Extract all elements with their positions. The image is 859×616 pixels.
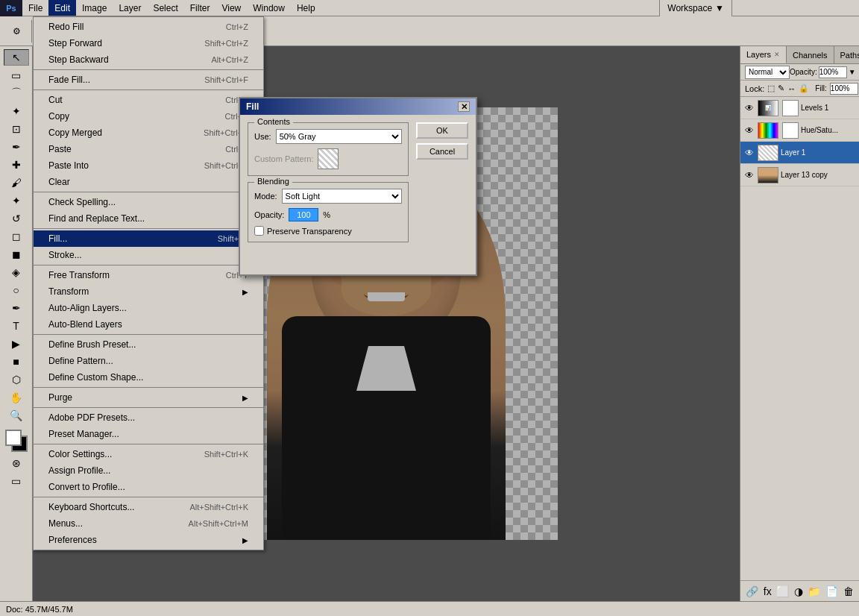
tool-zoom[interactable]: 🔍 bbox=[4, 407, 29, 424]
workspace-button[interactable]: Workspace ▼ bbox=[659, 0, 732, 16]
menu-window[interactable]: Window bbox=[247, 0, 291, 16]
menu-item-auto-blend[interactable]: Auto-Blend Layers bbox=[34, 316, 263, 333]
menu-item-clear[interactable]: Clear bbox=[34, 174, 263, 190]
lock-image-icon[interactable]: ✎ bbox=[778, 84, 784, 93]
toolbar-btn-1[interactable]: ⚙ bbox=[6, 21, 27, 42]
tool-lasso[interactable]: ⌒ bbox=[4, 85, 29, 101]
tool-clone-stamp[interactable]: ✦ bbox=[4, 192, 29, 209]
menu-item-transform[interactable]: Transform ▶ bbox=[34, 283, 263, 300]
menu-item-cut[interactable]: Cut Ctrl+X bbox=[34, 92, 263, 108]
layer-eye-layer13copy[interactable]: 👁 bbox=[743, 170, 755, 180]
lock-all-icon[interactable]: 🔒 bbox=[799, 84, 809, 93]
layers-delete-btn[interactable]: 🗑 bbox=[843, 585, 854, 597]
tool-hand[interactable]: ✋ bbox=[4, 389, 29, 406]
menu-image[interactable]: Image bbox=[76, 0, 113, 16]
tab-layers-close[interactable]: ✕ bbox=[774, 51, 780, 58]
menu-item-copy[interactable]: Copy Ctrl+C bbox=[34, 108, 263, 125]
menu-item-define-brush[interactable]: Define Brush Preset... bbox=[34, 336, 263, 353]
layer-item-levels1[interactable]: 👁 📊 Levels 1 bbox=[740, 97, 859, 119]
menu-item-fill[interactable]: Fill... Shift+F5 bbox=[34, 230, 263, 247]
tool-type[interactable]: T bbox=[4, 318, 29, 334]
menu-item-auto-align[interactable]: Auto-Align Layers... bbox=[34, 300, 263, 316]
menu-item-define-shape[interactable]: Define Custom Shape... bbox=[34, 369, 263, 386]
preserve-transparency-checkbox[interactable] bbox=[254, 226, 264, 236]
tool-brush[interactable]: 🖌 bbox=[4, 175, 29, 191]
menu-help[interactable]: Help bbox=[291, 0, 321, 16]
layers-effects-btn[interactable]: fx bbox=[764, 585, 772, 597]
opacity-dropdown-arrow[interactable]: ▼ bbox=[849, 68, 856, 76]
menu-item-check-spelling[interactable]: Check Spelling... bbox=[34, 194, 263, 210]
menu-layer[interactable]: Layer bbox=[113, 0, 147, 16]
layers-mask-btn[interactable]: ⬜ bbox=[776, 585, 789, 597]
tool-move[interactable]: ↖ bbox=[4, 49, 29, 66]
menu-item-fade-fill[interactable]: Fade Fill... Shift+Ctrl+F bbox=[34, 72, 263, 88]
fill-dialog-ok-button[interactable]: OK bbox=[416, 122, 468, 139]
tool-gradient[interactable]: ◼ bbox=[4, 246, 29, 263]
tool-history-brush[interactable]: ↺ bbox=[4, 210, 29, 227]
layers-group-btn[interactable]: 📁 bbox=[808, 585, 820, 597]
layer-eye-layer1[interactable]: 👁 bbox=[743, 148, 755, 158]
tool-3d[interactable]: ⬡ bbox=[4, 371, 29, 388]
menu-file[interactable]: File bbox=[22, 0, 48, 16]
layers-mode-select[interactable]: Normal Dissolve Multiply Screen Overlay bbox=[745, 66, 790, 79]
menu-item-preferences[interactable]: Preferences ▶ bbox=[34, 532, 263, 548]
menu-item-color-settings[interactable]: Color Settings... Shift+Ctrl+K bbox=[34, 446, 263, 462]
menu-item-keyboard-shortcuts[interactable]: Keyboard Shortcuts... Alt+Shift+Ctrl+K bbox=[34, 499, 263, 515]
menu-item-stroke[interactable]: Stroke... bbox=[34, 247, 263, 263]
menu-item-define-brush-label: Define Brush Preset... bbox=[48, 339, 136, 350]
layer-item-layer1[interactable]: 👁 Layer 1 bbox=[740, 142, 859, 164]
layers-adjustment-btn[interactable]: ◑ bbox=[794, 585, 803, 597]
layers-fill-input[interactable] bbox=[830, 83, 858, 95]
tool-shape[interactable]: ■ bbox=[4, 353, 29, 370]
tool-magic-wand[interactable]: ✦ bbox=[4, 103, 29, 119]
tool-eyedropper[interactable]: ✒ bbox=[4, 139, 29, 155]
menu-item-convert-profile[interactable]: Convert to Profile... bbox=[34, 479, 263, 495]
menu-item-step-backward[interactable]: Step Backward Alt+Ctrl+Z bbox=[34, 51, 263, 68]
menu-filter[interactable]: Filter bbox=[184, 0, 216, 16]
tab-channels[interactable]: Channels bbox=[787, 46, 834, 63]
foreground-background-colors[interactable] bbox=[4, 428, 29, 453]
menu-item-define-pattern[interactable]: Define Pattern... bbox=[34, 353, 263, 369]
lock-transparent-icon[interactable]: ⬚ bbox=[767, 84, 775, 93]
menu-select[interactable]: Select bbox=[147, 0, 183, 16]
tool-heal[interactable]: ✚ bbox=[4, 157, 29, 173]
mode-select[interactable]: Soft Light Normal Dissolve Multiply Scre… bbox=[282, 189, 402, 204]
layer-item-huesat[interactable]: 👁 Hue/Satu... bbox=[740, 119, 859, 142]
menu-item-paste[interactable]: Paste Ctrl+V bbox=[34, 141, 263, 157]
tool-dodge[interactable]: ○ bbox=[4, 282, 29, 298]
menu-view[interactable]: View bbox=[215, 0, 247, 16]
tool-eraser[interactable]: ◻ bbox=[4, 228, 29, 245]
use-select[interactable]: 50% Gray Foreground Color Background Col… bbox=[276, 129, 402, 144]
tool-crop[interactable]: ⊡ bbox=[4, 121, 29, 137]
tool-select-rect[interactable]: ▭ bbox=[4, 67, 29, 84]
tool-pen[interactable]: ✒ bbox=[4, 300, 29, 316]
menu-item-paste-into[interactable]: Paste Into Shift+Ctrl+V bbox=[34, 157, 263, 174]
menu-item-assign-profile[interactable]: Assign Profile... bbox=[34, 462, 263, 479]
layers-opacity-input[interactable] bbox=[819, 66, 847, 78]
menu-item-step-forward[interactable]: Step Forward Shift+Ctrl+Z bbox=[34, 35, 263, 51]
menu-edit[interactable]: Edit bbox=[48, 0, 76, 16]
menu-item-preset-manager[interactable]: Preset Manager... bbox=[34, 426, 263, 442]
tool-screen-mode[interactable]: ▭ bbox=[4, 473, 29, 489]
opacity-input[interactable] bbox=[289, 208, 318, 221]
menu-item-copy-merged[interactable]: Copy Merged Shift+Ctrl+C bbox=[34, 125, 263, 141]
layers-new-btn[interactable]: 📄 bbox=[825, 585, 838, 597]
tool-quick-mask[interactable]: ⊛ bbox=[4, 455, 29, 471]
tab-paths[interactable]: Paths bbox=[834, 46, 859, 63]
menu-item-free-transform[interactable]: Free Transform Ctrl+T bbox=[34, 267, 263, 283]
layers-link-btn[interactable]: 🔗 bbox=[746, 585, 758, 597]
lock-position-icon[interactable]: ↔ bbox=[787, 84, 796, 93]
fill-dialog-close-button[interactable]: ✕ bbox=[458, 101, 470, 112]
fill-dialog-cancel-button[interactable]: Cancel bbox=[416, 143, 468, 160]
tool-blur[interactable]: ◈ bbox=[4, 264, 29, 280]
layer-eye-huesat[interactable]: 👁 bbox=[743, 125, 755, 136]
tab-layers[interactable]: Layers ✕ bbox=[740, 46, 787, 63]
layer-item-layer13copy[interactable]: 👁 Layer 13 copy bbox=[740, 164, 859, 186]
menu-item-find-replace[interactable]: Find and Replace Text... bbox=[34, 210, 263, 227]
layer-eye-levels1[interactable]: 👁 bbox=[743, 103, 755, 113]
menu-item-menus[interactable]: Menus... Alt+Shift+Ctrl+M bbox=[34, 515, 263, 532]
menu-item-purge[interactable]: Purge ▶ bbox=[34, 389, 263, 406]
menu-item-redo-fill[interactable]: Redo Fill Ctrl+Z bbox=[34, 19, 263, 35]
tool-path-select[interactable]: ▶ bbox=[4, 336, 29, 352]
menu-item-pdf-presets[interactable]: Adobe PDF Presets... bbox=[34, 409, 263, 426]
